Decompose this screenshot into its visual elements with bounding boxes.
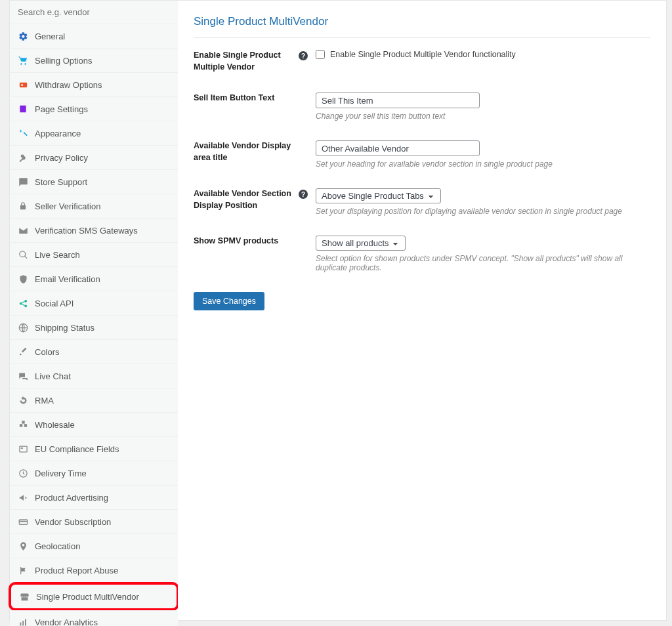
sidebar-item-live-chat[interactable]: Live Chat xyxy=(10,364,178,388)
sidebar-item-label: Live Chat xyxy=(35,371,71,381)
sidebar-item-label: General xyxy=(35,31,65,41)
sidebar-item-single-product-multivendor[interactable]: Single Product MultiVendor xyxy=(9,582,179,611)
desc-sell-button-text: Change your sell this item button text xyxy=(316,112,650,121)
select-show-spmv[interactable]: Show all products xyxy=(316,236,406,251)
cart-icon xyxy=(18,55,28,66)
svg-rect-11 xyxy=(20,448,22,449)
sidebar-item-label: Geolocation xyxy=(35,541,80,551)
svg-rect-15 xyxy=(20,622,21,625)
sidebar-item-label: Seller Verification xyxy=(35,201,100,211)
sidebar-item-live-search[interactable]: Live Search xyxy=(10,243,178,267)
gear-icon xyxy=(18,31,28,41)
sidebar-item-vendor-analytics[interactable]: Vendor Analytics xyxy=(10,610,178,626)
svg-rect-14 xyxy=(19,520,28,522)
search-icon xyxy=(18,249,28,260)
chat-icon xyxy=(18,177,28,187)
sidebar-item-shipping-status[interactable]: Shipping Status xyxy=(10,316,178,340)
share-icon xyxy=(18,298,28,308)
svg-rect-7 xyxy=(19,424,22,427)
sidebar-item-selling-options[interactable]: Selling Options xyxy=(10,49,178,73)
desc-display-position: Set your displaying position for diplayi… xyxy=(316,207,650,216)
row-display-title: Available Vendor Display area title Set … xyxy=(194,140,650,169)
sidebar-item-seller-verification[interactable]: Seller Verification xyxy=(10,194,178,219)
sidebar-item-label: Email Verification xyxy=(35,274,100,284)
globe-icon xyxy=(18,322,28,333)
sidebar-nav-list: GeneralSelling OptionsWithdraw OptionsPa… xyxy=(10,24,178,626)
help-icon[interactable]: ? xyxy=(299,51,308,60)
label-sell-button-text: Sell Item Button Text xyxy=(194,93,299,104)
sidebar-item-general[interactable]: General xyxy=(10,24,178,49)
sidebar-search-input[interactable] xyxy=(10,1,178,24)
store-icon xyxy=(19,591,30,602)
sidebar-item-appearance[interactable]: Appearance xyxy=(10,121,178,146)
help-icon[interactable]: ? xyxy=(299,190,308,199)
sidebar-item-geolocation[interactable]: Geolocation xyxy=(10,534,178,558)
page-title: Single Product MultiVendor xyxy=(194,15,650,28)
checkbox-enable-spmv-label: Enable Single Product Multiple Vendor fu… xyxy=(330,50,516,59)
magic-icon xyxy=(18,128,28,138)
sidebar-search-wrap xyxy=(10,1,178,24)
sidebar-item-product-report-abuse[interactable]: Product Report Abuse xyxy=(10,558,178,583)
svg-point-5 xyxy=(24,304,27,307)
svg-rect-9 xyxy=(22,421,24,423)
sidebar-item-product-advertising[interactable]: Product Advertising xyxy=(10,486,178,510)
label-display-title: Available Vendor Display area title xyxy=(194,140,299,163)
svg-rect-17 xyxy=(25,619,26,625)
sidebar-item-label: Wholesale xyxy=(35,420,75,430)
svg-point-3 xyxy=(19,302,22,304)
sidebar-item-withdraw-options[interactable]: Withdraw Options xyxy=(10,73,178,97)
svg-point-4 xyxy=(24,299,27,302)
sidebar-item-label: RMA xyxy=(35,396,54,406)
desc-show-spmv: Select option for shown products under S… xyxy=(316,254,650,272)
sidebar-item-store-support[interactable]: Store Support xyxy=(10,170,178,194)
sidebar-item-label: Verification SMS Gateways xyxy=(35,226,138,236)
row-show-spmv: Show SPMV products Show all products Sel… xyxy=(194,236,650,272)
lock-icon xyxy=(18,201,28,211)
clock-icon xyxy=(18,468,28,478)
label-display-position: Available Vendor Section Display Positio… xyxy=(194,188,299,211)
divider xyxy=(194,37,650,38)
sidebar-item-eu-compliance-fields[interactable]: EU Compliance Fields xyxy=(10,437,178,461)
sidebar-item-label: Product Advertising xyxy=(35,493,108,503)
sidebar-item-verification-sms-gateways[interactable]: Verification SMS Gateways xyxy=(10,219,178,243)
sidebar-item-social-api[interactable]: Social API xyxy=(10,291,178,316)
sidebar-item-label: Store Support xyxy=(35,177,87,187)
sidebar-item-vendor-subscription[interactable]: Vendor Subscription xyxy=(10,510,178,534)
select-display-position[interactable]: Above Single Product Tabs xyxy=(316,188,441,203)
sidebar-item-colors[interactable]: Colors xyxy=(10,340,178,364)
sidebar-item-label: Shipping Status xyxy=(35,323,94,333)
input-sell-button-text[interactable] xyxy=(316,93,480,108)
sidebar-item-wholesale[interactable]: Wholesale xyxy=(10,413,178,437)
chart-icon xyxy=(18,617,28,626)
mail-icon xyxy=(18,225,28,236)
sidebar-item-rma[interactable]: RMA xyxy=(10,388,178,413)
sidebar-item-page-settings[interactable]: Page Settings xyxy=(10,97,178,121)
input-display-title[interactable] xyxy=(316,140,480,156)
save-button[interactable]: Save Changes xyxy=(194,292,264,310)
bullhorn-icon xyxy=(18,492,28,503)
sidebar-item-label: Delivery Time xyxy=(35,469,87,478)
sidebar-item-label: Live Search xyxy=(35,250,80,260)
shield-icon xyxy=(18,274,28,284)
row-enable-spmv: Enable Single Product Multiple Vendor ? … xyxy=(194,50,650,73)
sidebar-item-label: Vendor Subscription xyxy=(35,517,111,527)
pin-icon xyxy=(18,541,28,551)
sidebar-item-label: Withdraw Options xyxy=(35,80,102,90)
sidebar-item-label: Single Product MultiVendor xyxy=(36,592,139,602)
checkbox-enable-spmv[interactable]: Enable Single Product Multiple Vendor fu… xyxy=(316,50,650,59)
sidebar-item-label: Selling Options xyxy=(35,56,92,66)
row-sell-button-text: Sell Item Button Text Change your sell t… xyxy=(194,93,650,121)
svg-rect-10 xyxy=(19,446,26,452)
svg-rect-8 xyxy=(24,424,26,427)
sidebar-item-email-verification[interactable]: Email Verification xyxy=(10,267,178,291)
livechat-icon xyxy=(18,371,28,381)
key-icon xyxy=(18,152,28,163)
brush-icon xyxy=(18,346,28,357)
checkbox-enable-spmv-input[interactable] xyxy=(316,50,325,59)
sidebar-item-label: Page Settings xyxy=(35,104,88,114)
flag-icon xyxy=(18,565,28,575)
row-display-position: Available Vendor Section Display Positio… xyxy=(194,188,650,216)
sidebar-item-privacy-policy[interactable]: Privacy Policy xyxy=(10,146,178,170)
card-icon xyxy=(18,516,28,527)
sidebar-item-delivery-time[interactable]: Delivery Time xyxy=(10,461,178,486)
